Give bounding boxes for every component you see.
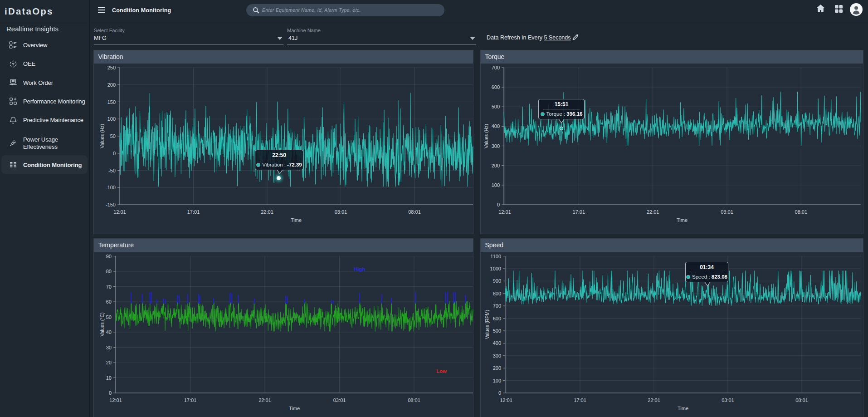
svg-text:08:01: 08:01 [408, 397, 420, 403]
svg-text:200: 200 [493, 365, 501, 371]
svg-text:30: 30 [106, 345, 112, 350]
svg-text:50: 50 [110, 133, 116, 139]
svg-text:17:01: 17:01 [574, 397, 586, 403]
svg-text:40: 40 [106, 329, 112, 335]
svg-text:900: 900 [493, 278, 501, 284]
svg-text:0: 0 [498, 390, 501, 396]
svg-text:500: 500 [493, 328, 501, 334]
svg-text:250: 250 [107, 65, 116, 70]
svg-text:400: 400 [492, 123, 500, 129]
svg-text:Time: Time [291, 217, 302, 223]
svg-text:08:01: 08:01 [795, 397, 808, 403]
svg-text:03:01: 03:01 [333, 397, 346, 403]
svg-text:22:01: 22:01 [648, 397, 660, 403]
svg-text:10: 10 [106, 375, 112, 381]
svg-text:100: 100 [492, 182, 500, 188]
svg-text:60: 60 [106, 299, 112, 304]
svg-text:12:01: 12:01 [500, 397, 512, 403]
svg-text:90: 90 [106, 254, 112, 259]
svg-text:Values (RPM): Values (RPM) [484, 310, 490, 339]
svg-text:0: 0 [497, 202, 500, 207]
svg-text:High: High [354, 266, 366, 272]
svg-text:08:01: 08:01 [408, 209, 421, 215]
svg-text:Values (Hz): Values (Hz) [483, 124, 489, 148]
svg-text:1000: 1000 [490, 266, 501, 271]
svg-text:0: 0 [109, 390, 112, 396]
svg-text:600: 600 [493, 316, 501, 321]
svg-text:03:01: 03:01 [721, 209, 733, 215]
svg-text:600: 600 [492, 84, 500, 90]
svg-text:-50: -50 [108, 168, 116, 173]
svg-text:0: 0 [113, 151, 116, 156]
svg-text:Time: Time [289, 406, 300, 411]
svg-text:80: 80 [106, 269, 112, 274]
svg-text:-150: -150 [106, 202, 116, 207]
svg-text:03:01: 03:01 [722, 397, 734, 403]
svg-text:70: 70 [106, 284, 112, 289]
svg-text:-100: -100 [106, 185, 116, 190]
svg-text:150: 150 [107, 99, 116, 105]
svg-text:700: 700 [493, 303, 501, 309]
svg-text:500: 500 [492, 104, 500, 109]
svg-text:Time: Time [677, 217, 688, 223]
svg-text:400: 400 [493, 340, 501, 346]
svg-text:22:01: 22:01 [647, 209, 659, 215]
svg-text:300: 300 [493, 353, 501, 358]
svg-text:100: 100 [493, 378, 501, 383]
svg-text:100: 100 [107, 116, 116, 122]
svg-text:800: 800 [493, 291, 501, 296]
svg-text:17:01: 17:01 [184, 397, 197, 403]
svg-text:08:01: 08:01 [795, 209, 808, 215]
svg-text:200: 200 [492, 163, 500, 168]
svg-text:Time: Time [678, 406, 688, 411]
svg-text:700: 700 [492, 65, 500, 70]
svg-text:50: 50 [106, 314, 112, 320]
svg-text:1100: 1100 [490, 254, 501, 259]
svg-text:17:01: 17:01 [573, 209, 585, 215]
svg-text:17:01: 17:01 [187, 209, 200, 215]
svg-text:12:01: 12:01 [113, 209, 126, 215]
svg-text:Values (°C): Values (°C) [99, 312, 105, 336]
svg-text:12:01: 12:01 [109, 397, 122, 403]
svg-text:300: 300 [492, 143, 500, 149]
svg-text:Values (Hz): Values (Hz) [99, 124, 105, 148]
svg-text:200: 200 [107, 82, 116, 88]
svg-text:Low: Low [436, 368, 447, 374]
svg-text:12:01: 12:01 [498, 209, 511, 215]
svg-text:20: 20 [106, 360, 112, 365]
svg-text:22:01: 22:01 [261, 209, 273, 215]
svg-text:03:01: 03:01 [335, 209, 347, 215]
svg-text:22:01: 22:01 [258, 397, 271, 403]
